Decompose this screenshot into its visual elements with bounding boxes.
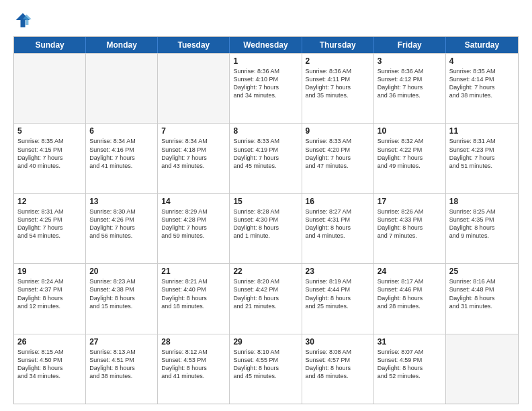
- day-number: 18: [449, 197, 515, 206]
- day-info: Sunrise: 8:33 AM Sunset: 4:19 PM Dayligh…: [233, 137, 298, 170]
- day-info: Sunrise: 8:35 AM Sunset: 4:15 PM Dayligh…: [17, 137, 82, 170]
- day-info: Sunrise: 8:12 AM Sunset: 4:53 PM Dayligh…: [161, 348, 226, 381]
- day-number: 1: [233, 56, 298, 66]
- day-number: 2: [306, 56, 370, 66]
- day-cell-28: 28Sunrise: 8:12 AM Sunset: 4:53 PM Dayli…: [158, 334, 230, 404]
- day-number: 12: [17, 197, 82, 206]
- week-row-4: 26Sunrise: 8:15 AM Sunset: 4:50 PM Dayli…: [14, 334, 518, 404]
- day-cell-19: 19Sunrise: 8:24 AM Sunset: 4:37 PM Dayli…: [14, 264, 86, 333]
- day-info: Sunrise: 8:31 AM Sunset: 4:23 PM Dayligh…: [449, 137, 515, 170]
- day-info: Sunrise: 8:35 AM Sunset: 4:14 PM Dayligh…: [449, 67, 515, 100]
- day-cell-8: 8Sunrise: 8:33 AM Sunset: 4:19 PM Daylig…: [230, 124, 302, 193]
- day-number: 6: [89, 126, 154, 136]
- day-header-tuesday: Tuesday: [158, 37, 230, 53]
- day-info: Sunrise: 8:24 AM Sunset: 4:37 PM Dayligh…: [17, 277, 82, 310]
- day-cell-13: 13Sunrise: 8:30 AM Sunset: 4:26 PM Dayli…: [86, 194, 158, 263]
- calendar: SundayMondayTuesdayWednesdayThursdayFrid…: [13, 36, 519, 404]
- day-info: Sunrise: 8:16 AM Sunset: 4:48 PM Dayligh…: [449, 277, 515, 310]
- week-row-1: 5Sunrise: 8:35 AM Sunset: 4:15 PM Daylig…: [14, 123, 518, 193]
- day-cell-10: 10Sunrise: 8:32 AM Sunset: 4:22 PM Dayli…: [374, 124, 446, 193]
- day-number: 7: [161, 126, 226, 136]
- day-number: 22: [233, 267, 298, 276]
- day-number: 29: [233, 337, 298, 347]
- empty-cell: [86, 54, 158, 123]
- day-cell-31: 31Sunrise: 8:07 AM Sunset: 4:59 PM Dayli…: [374, 334, 446, 404]
- day-info: Sunrise: 8:34 AM Sunset: 4:16 PM Dayligh…: [89, 137, 154, 170]
- day-number: 10: [378, 126, 442, 136]
- logo-icon: [13, 11, 32, 30]
- week-row-0: 1Sunrise: 8:36 AM Sunset: 4:10 PM Daylig…: [14, 53, 518, 123]
- day-cell-12: 12Sunrise: 8:31 AM Sunset: 4:25 PM Dayli…: [14, 194, 86, 263]
- logo: [13, 11, 35, 30]
- header: [13, 11, 519, 30]
- day-info: Sunrise: 8:07 AM Sunset: 4:59 PM Dayligh…: [378, 348, 442, 381]
- day-cell-17: 17Sunrise: 8:26 AM Sunset: 4:33 PM Dayli…: [374, 194, 446, 263]
- day-info: Sunrise: 8:26 AM Sunset: 4:33 PM Dayligh…: [378, 208, 442, 240]
- day-number: 11: [449, 126, 515, 136]
- day-info: Sunrise: 8:19 AM Sunset: 4:44 PM Dayligh…: [306, 277, 370, 310]
- day-cell-16: 16Sunrise: 8:27 AM Sunset: 4:31 PM Dayli…: [302, 194, 374, 263]
- day-number: 24: [378, 267, 442, 276]
- day-number: 13: [89, 197, 154, 206]
- day-header-wednesday: Wednesday: [230, 37, 302, 53]
- day-info: Sunrise: 8:27 AM Sunset: 4:31 PM Dayligh…: [306, 208, 370, 240]
- day-cell-14: 14Sunrise: 8:29 AM Sunset: 4:28 PM Dayli…: [158, 194, 230, 263]
- day-number: 27: [89, 337, 154, 347]
- day-cell-9: 9Sunrise: 8:33 AM Sunset: 4:20 PM Daylig…: [302, 124, 374, 193]
- day-number: 20: [89, 267, 154, 276]
- day-number: 8: [233, 126, 298, 136]
- calendar-body: 1Sunrise: 8:36 AM Sunset: 4:10 PM Daylig…: [14, 53, 518, 404]
- day-cell-20: 20Sunrise: 8:23 AM Sunset: 4:38 PM Dayli…: [86, 264, 158, 333]
- day-cell-23: 23Sunrise: 8:19 AM Sunset: 4:44 PM Dayli…: [302, 264, 374, 333]
- day-info: Sunrise: 8:29 AM Sunset: 4:28 PM Dayligh…: [161, 208, 226, 240]
- day-header-sunday: Sunday: [14, 37, 86, 53]
- day-number: 30: [306, 337, 370, 347]
- day-cell-4: 4Sunrise: 8:35 AM Sunset: 4:14 PM Daylig…: [446, 54, 518, 123]
- day-info: Sunrise: 8:17 AM Sunset: 4:46 PM Dayligh…: [378, 277, 442, 310]
- day-number: 15: [233, 197, 298, 206]
- day-number: 19: [17, 267, 82, 276]
- day-info: Sunrise: 8:21 AM Sunset: 4:40 PM Dayligh…: [161, 277, 226, 310]
- day-info: Sunrise: 8:32 AM Sunset: 4:22 PM Dayligh…: [378, 137, 442, 170]
- day-number: 28: [161, 337, 226, 347]
- day-info: Sunrise: 8:23 AM Sunset: 4:38 PM Dayligh…: [89, 277, 154, 310]
- day-header-thursday: Thursday: [302, 37, 374, 53]
- day-info: Sunrise: 8:33 AM Sunset: 4:20 PM Dayligh…: [306, 137, 370, 170]
- day-info: Sunrise: 8:28 AM Sunset: 4:30 PM Dayligh…: [233, 208, 298, 240]
- day-cell-26: 26Sunrise: 8:15 AM Sunset: 4:50 PM Dayli…: [14, 334, 86, 404]
- empty-cell: [14, 54, 86, 123]
- day-cell-27: 27Sunrise: 8:13 AM Sunset: 4:51 PM Dayli…: [86, 334, 158, 404]
- day-cell-25: 25Sunrise: 8:16 AM Sunset: 4:48 PM Dayli…: [446, 264, 518, 333]
- page: SundayMondayTuesdayWednesdayThursdayFrid…: [0, 0, 532, 411]
- day-info: Sunrise: 8:36 AM Sunset: 4:12 PM Dayligh…: [378, 67, 442, 100]
- day-header-saturday: Saturday: [446, 37, 518, 53]
- day-info: Sunrise: 8:08 AM Sunset: 4:57 PM Dayligh…: [306, 348, 370, 381]
- day-cell-2: 2Sunrise: 8:36 AM Sunset: 4:11 PM Daylig…: [302, 54, 374, 123]
- day-info: Sunrise: 8:10 AM Sunset: 4:55 PM Dayligh…: [233, 348, 298, 381]
- day-info: Sunrise: 8:31 AM Sunset: 4:25 PM Dayligh…: [17, 208, 82, 240]
- empty-cell: [446, 334, 518, 404]
- day-number: 26: [17, 337, 82, 347]
- day-number: 31: [378, 337, 442, 347]
- day-number: 21: [161, 267, 226, 276]
- day-cell-24: 24Sunrise: 8:17 AM Sunset: 4:46 PM Dayli…: [374, 264, 446, 333]
- day-cell-21: 21Sunrise: 8:21 AM Sunset: 4:40 PM Dayli…: [158, 264, 230, 333]
- day-cell-3: 3Sunrise: 8:36 AM Sunset: 4:12 PM Daylig…: [374, 54, 446, 123]
- day-info: Sunrise: 8:20 AM Sunset: 4:42 PM Dayligh…: [233, 277, 298, 310]
- empty-cell: [158, 54, 230, 123]
- day-cell-11: 11Sunrise: 8:31 AM Sunset: 4:23 PM Dayli…: [446, 124, 518, 193]
- day-number: 16: [306, 197, 370, 206]
- day-info: Sunrise: 8:15 AM Sunset: 4:50 PM Dayligh…: [17, 348, 82, 381]
- day-header-monday: Monday: [86, 37, 158, 53]
- day-number: 17: [378, 197, 442, 206]
- week-row-3: 19Sunrise: 8:24 AM Sunset: 4:37 PM Dayli…: [14, 263, 518, 333]
- day-cell-5: 5Sunrise: 8:35 AM Sunset: 4:15 PM Daylig…: [14, 124, 86, 193]
- day-info: Sunrise: 8:13 AM Sunset: 4:51 PM Dayligh…: [89, 348, 154, 381]
- day-number: 4: [449, 56, 515, 66]
- day-cell-29: 29Sunrise: 8:10 AM Sunset: 4:55 PM Dayli…: [230, 334, 302, 404]
- week-row-2: 12Sunrise: 8:31 AM Sunset: 4:25 PM Dayli…: [14, 193, 518, 263]
- day-header-friday: Friday: [374, 37, 446, 53]
- day-cell-7: 7Sunrise: 8:34 AM Sunset: 4:18 PM Daylig…: [158, 124, 230, 193]
- day-cell-6: 6Sunrise: 8:34 AM Sunset: 4:16 PM Daylig…: [86, 124, 158, 193]
- day-cell-18: 18Sunrise: 8:25 AM Sunset: 4:35 PM Dayli…: [446, 194, 518, 263]
